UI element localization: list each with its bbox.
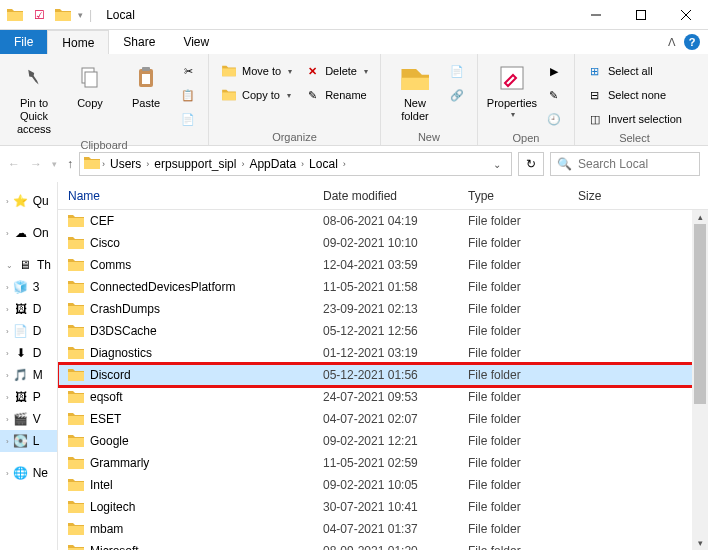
tree-item[interactable]: ›⬇D [0, 342, 57, 364]
table-row[interactable]: ConnectedDevicesPlatform 11-05-2021 01:5… [58, 276, 708, 298]
navigation-pane[interactable]: ›⭐Qu›☁On⌄🖥Th›🧊3›🖼D›📄D›⬇D›🎵M›🖼P›🎬V›💽L›🌐Ne [0, 182, 58, 550]
file-date: 05-12-2021 01:56 [313, 368, 458, 382]
paste-icon [130, 62, 162, 94]
column-date[interactable]: Date modified [313, 189, 458, 203]
tree-item[interactable]: ›🖼P [0, 386, 57, 408]
scroll-thumb[interactable] [694, 224, 706, 404]
table-row[interactable]: mbam 04-07-2021 01:37 File folder [58, 518, 708, 540]
tab-share[interactable]: Share [109, 30, 169, 54]
table-row[interactable]: Comms 12-04-2021 03:59 File folder [58, 254, 708, 276]
select-all-button[interactable]: ⊞Select all [583, 60, 686, 82]
paste-shortcut-button[interactable]: 📄 [176, 108, 200, 130]
file-type: File folder [458, 302, 568, 316]
folder-icon [68, 280, 84, 294]
tree-item[interactable]: ›💽L [0, 430, 57, 452]
table-row[interactable]: ESET 04-07-2021 02:07 File folder [58, 408, 708, 430]
select-none-button[interactable]: ⊟Select none [583, 84, 686, 106]
scroll-up-icon[interactable]: ▴ [692, 210, 708, 224]
rename-button[interactable]: ✎Rename [300, 84, 372, 106]
file-type: File folder [458, 346, 568, 360]
breadcrumb-seg[interactable]: Local [306, 157, 341, 171]
file-type: File folder [458, 544, 568, 550]
breadcrumb-seg[interactable]: erpsupport_sipl [151, 157, 239, 171]
rename-icon: ✎ [304, 87, 320, 103]
ribbon-collapse-icon[interactable]: ᐱ [668, 36, 676, 49]
cut-button[interactable]: ✂ [176, 60, 200, 82]
file-type: File folder [458, 214, 568, 228]
scrollbar[interactable]: ▴ ▾ [692, 210, 708, 550]
tree-item[interactable]: ›⭐Qu [0, 190, 57, 212]
tree-item[interactable]: ›🎵M [0, 364, 57, 386]
qat-dropdown-icon[interactable]: ▾ [78, 10, 83, 20]
column-type[interactable]: Type [458, 189, 568, 203]
path-dropdown-icon[interactable]: ⌄ [493, 159, 507, 170]
forward-button[interactable]: → [30, 157, 42, 171]
close-button[interactable] [663, 0, 708, 30]
search-input[interactable]: 🔍 Search Local [550, 152, 700, 176]
tree-item[interactable]: ›🎬V [0, 408, 57, 430]
paste-button[interactable]: Paste [120, 58, 172, 110]
column-name[interactable]: Name [58, 189, 313, 203]
delete-button[interactable]: ✕Delete▾ [300, 60, 372, 82]
pin-quick-access-button[interactable]: Pin to Quick access [8, 58, 60, 137]
invert-selection-button[interactable]: ◫Invert selection [583, 108, 686, 130]
file-type: File folder [458, 434, 568, 448]
up-button[interactable]: ↑ [67, 157, 73, 171]
tab-view[interactable]: View [169, 30, 223, 54]
folder-icon [68, 478, 84, 492]
open-button[interactable]: ▶ [542, 60, 566, 82]
tree-item[interactable]: ⌄🖥Th [0, 254, 57, 276]
table-row[interactable]: Discord 05-12-2021 01:56 File folder [58, 364, 708, 386]
breadcrumb-seg[interactable]: AppData [246, 157, 299, 171]
folder-icon [68, 236, 84, 250]
minimize-button[interactable] [573, 0, 618, 30]
recent-dropdown[interactable]: ▾ [52, 159, 57, 169]
table-row[interactable]: Grammarly 11-05-2021 02:59 File folder [58, 452, 708, 474]
move-to-button[interactable]: Move to▾ [217, 60, 296, 82]
star-icon: ⭐ [13, 193, 29, 209]
qat-folder-icon[interactable] [6, 6, 24, 24]
edit-button[interactable]: ✎ [542, 84, 566, 106]
tree-item[interactable]: ›🌐Ne [0, 462, 57, 484]
easy-access-button[interactable]: 🔗 [445, 84, 469, 106]
properties-button[interactable]: Properties▾ [486, 58, 538, 120]
copy-to-button[interactable]: Copy to▾ [217, 84, 296, 106]
breadcrumb-seg[interactable]: Users [107, 157, 144, 171]
copy-path-button[interactable]: 📋 [176, 84, 200, 106]
folder-icon [68, 324, 84, 338]
new-folder-button[interactable]: New folder [389, 58, 441, 123]
table-row[interactable]: CEF 08-06-2021 04:19 File folder [58, 210, 708, 232]
back-button[interactable]: ← [8, 157, 20, 171]
scroll-down-icon[interactable]: ▾ [692, 536, 708, 550]
help-icon[interactable]: ? [684, 34, 700, 50]
tree-item[interactable]: ›🖼D [0, 298, 57, 320]
qat-newfolder-icon[interactable] [54, 6, 72, 24]
table-row[interactable]: Diagnostics 01-12-2021 03:19 File folder [58, 342, 708, 364]
breadcrumb[interactable]: › Users› erpsupport_sipl› AppData› Local… [79, 152, 512, 176]
new-item-button[interactable]: 📄 [445, 60, 469, 82]
cloud-icon: ☁ [13, 225, 29, 241]
folder-icon [68, 390, 84, 404]
table-row[interactable]: Intel 09-02-2021 10:05 File folder [58, 474, 708, 496]
svg-rect-4 [142, 67, 150, 71]
history-button[interactable]: 🕘 [542, 108, 566, 130]
qat-properties-icon[interactable]: ☑ [30, 6, 48, 24]
table-row[interactable]: Microsoft 08-09-2021 01:20 File folder [58, 540, 708, 550]
folder-icon [68, 214, 84, 228]
table-row[interactable]: Google 09-02-2021 12:21 File folder [58, 430, 708, 452]
tree-item[interactable]: ›📄D [0, 320, 57, 342]
table-row[interactable]: Logitech 30-07-2021 10:41 File folder [58, 496, 708, 518]
tab-home[interactable]: Home [47, 30, 109, 54]
table-row[interactable]: CrashDumps 23-09-2021 02:13 File folder [58, 298, 708, 320]
table-row[interactable]: eqsoft 24-07-2021 09:53 File folder [58, 386, 708, 408]
tree-item[interactable]: ›🧊3 [0, 276, 57, 298]
maximize-button[interactable] [618, 0, 663, 30]
refresh-button[interactable]: ↻ [518, 152, 544, 176]
copy-button[interactable]: Copy [64, 58, 116, 110]
file-type: File folder [458, 258, 568, 272]
table-row[interactable]: Cisco 09-02-2021 10:10 File folder [58, 232, 708, 254]
tab-file[interactable]: File [0, 30, 47, 54]
table-row[interactable]: D3DSCache 05-12-2021 12:56 File folder [58, 320, 708, 342]
column-size[interactable]: Size [568, 189, 638, 203]
tree-item[interactable]: ›☁On [0, 222, 57, 244]
